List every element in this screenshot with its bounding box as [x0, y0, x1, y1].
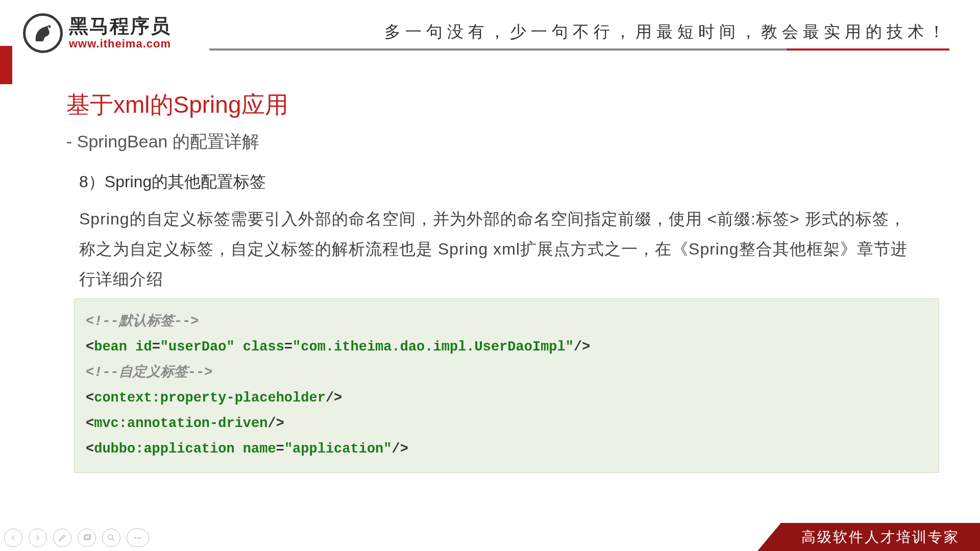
logo-icon	[23, 13, 63, 53]
chevron-left-icon	[9, 533, 18, 542]
svg-point-3	[108, 535, 113, 539]
search-icon	[107, 533, 116, 542]
header: 黑马程序员 www.itheima.com 多一句没有，少一句不行，用最短时间，…	[23, 10, 949, 56]
slogan-underline	[209, 48, 949, 51]
horse-icon	[31, 21, 55, 45]
more-label: •••	[134, 535, 141, 541]
presentation-toolbar: •••	[4, 529, 149, 547]
code-comment: <!--默认标签-->	[86, 309, 927, 335]
code-line: <dubbo:application name="application"/>	[86, 437, 927, 462]
logo-text-cn: 黑马程序员	[69, 16, 171, 37]
accent-bar	[0, 46, 12, 84]
logo-url: www.itheima.com	[69, 37, 171, 51]
zoom-button[interactable]	[102, 529, 120, 547]
subtitle: - SpringBean 的配置详解	[66, 130, 259, 154]
code-comment: <!--自定义标签-->	[86, 360, 927, 386]
svg-point-0	[48, 27, 50, 29]
chevron-right-icon	[33, 533, 42, 542]
next-button[interactable]	[29, 529, 47, 547]
slides-button[interactable]	[78, 529, 96, 547]
prev-button[interactable]	[4, 529, 22, 547]
section-heading: 8）Spring的其他配置标签	[79, 171, 266, 193]
page-title: 基于xml的Spring应用	[66, 89, 288, 121]
code-line: <context:property-placeholder/>	[86, 386, 927, 411]
more-button[interactable]: •••	[127, 529, 149, 547]
code-block: <!--默认标签--> <bean id="userDao" class="co…	[74, 298, 939, 473]
logo: 黑马程序员 www.itheima.com	[23, 13, 171, 53]
footer-text: 高级软件人才培训专家	[801, 528, 960, 547]
slogan: 多一句没有，少一句不行，用最短时间，教会最实用的技术！	[384, 21, 949, 43]
slides-icon	[82, 533, 91, 542]
body-paragraph: Spring的自定义标签需要引入外部的命名空间，并为外部的命名空间指定前缀，使用…	[79, 204, 919, 295]
pen-button[interactable]	[53, 529, 71, 547]
code-line: <mvc:annotation-driven/>	[86, 411, 927, 437]
footer-ribbon: 高级软件人才培训专家	[781, 523, 980, 551]
code-line: <bean id="userDao" class="com.itheima.da…	[86, 335, 927, 360]
pen-icon	[58, 533, 67, 542]
